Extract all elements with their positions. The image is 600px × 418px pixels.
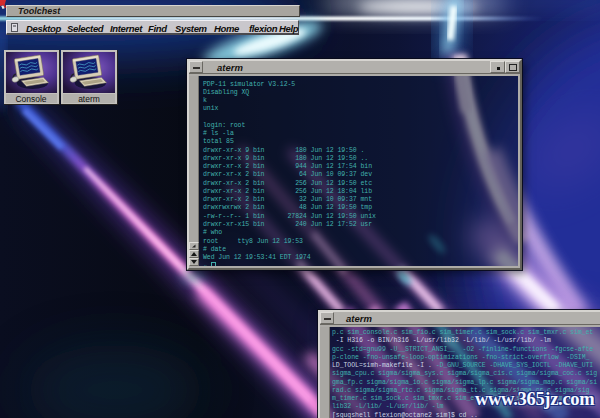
svg-text:Console: Console xyxy=(15,94,46,104)
svg-text:aterm: aterm xyxy=(78,94,100,104)
